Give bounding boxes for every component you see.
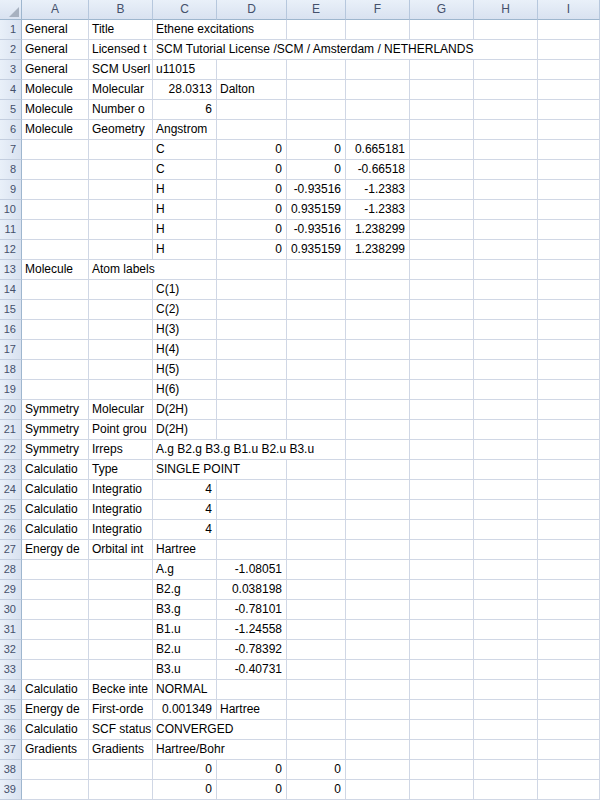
row-header-6[interactable]: 6 <box>0 120 22 140</box>
cell-H32[interactable] <box>474 640 538 660</box>
cell-E13[interactable] <box>287 260 346 280</box>
cell-C5[interactable]: 6 <box>153 100 217 120</box>
column-header-H[interactable]: H <box>474 0 538 20</box>
cell-I36[interactable] <box>538 720 600 740</box>
cell-D18[interactable] <box>217 360 287 380</box>
cell-C17[interactable]: H(4) <box>153 340 217 360</box>
cell-G9[interactable] <box>410 180 474 200</box>
cell-C26[interactable]: 4 <box>153 520 217 540</box>
cell-I5[interactable] <box>538 100 600 120</box>
cell-B15[interactable] <box>89 300 153 320</box>
cell-C8[interactable]: C <box>153 160 217 180</box>
cell-E3[interactable] <box>287 60 346 80</box>
cell-G24[interactable] <box>410 480 474 500</box>
cell-I23[interactable] <box>538 460 600 480</box>
cell-G35[interactable] <box>410 700 474 720</box>
cell-F15[interactable] <box>346 300 410 320</box>
cell-C27[interactable]: Hartree <box>153 540 217 560</box>
cell-B6[interactable]: Geometry <box>89 120 153 140</box>
cell-A31[interactable] <box>22 620 89 640</box>
row-header-5[interactable]: 5 <box>0 100 22 120</box>
cell-H6[interactable] <box>474 120 538 140</box>
cell-C32[interactable]: B2.u <box>153 640 217 660</box>
cell-H31[interactable] <box>474 620 538 640</box>
cell-H1[interactable] <box>474 20 538 40</box>
cell-F28[interactable] <box>346 560 410 580</box>
cell-H15[interactable] <box>474 300 538 320</box>
row-header-1[interactable]: 1 <box>0 20 22 40</box>
cell-A19[interactable] <box>22 380 89 400</box>
cell-I11[interactable] <box>538 220 600 240</box>
cell-A11[interactable] <box>22 220 89 240</box>
row-header-17[interactable]: 17 <box>0 340 22 360</box>
cell-A9[interactable] <box>22 180 89 200</box>
cell-H39[interactable] <box>474 780 538 800</box>
cell-H12[interactable] <box>474 240 538 260</box>
cell-D14[interactable] <box>217 280 287 300</box>
cell-D39[interactable]: 0 <box>217 780 287 800</box>
cell-E10[interactable]: 0.935159 <box>287 200 346 220</box>
cell-F21[interactable] <box>346 420 410 440</box>
cell-F24[interactable] <box>346 480 410 500</box>
cell-E5[interactable] <box>287 100 346 120</box>
cell-A32[interactable] <box>22 640 89 660</box>
cell-C37[interactable]: Hartree/Bohr <box>153 740 217 760</box>
cell-G30[interactable] <box>410 600 474 620</box>
cell-G34[interactable] <box>410 680 474 700</box>
cell-I29[interactable] <box>538 580 600 600</box>
cell-I34[interactable] <box>538 680 600 700</box>
cell-I21[interactable] <box>538 420 600 440</box>
cell-A30[interactable] <box>22 600 89 620</box>
cell-C38[interactable]: 0 <box>153 760 217 780</box>
cell-D34[interactable] <box>217 680 287 700</box>
cell-A5[interactable]: Molecule <box>22 100 89 120</box>
cell-F9[interactable]: -1.2383 <box>346 180 410 200</box>
cell-D4[interactable]: Dalton <box>217 80 287 100</box>
cell-B3[interactable]: SCM UserI <box>89 60 153 80</box>
cell-F3[interactable] <box>346 60 410 80</box>
column-header-F[interactable]: F <box>346 0 410 20</box>
cell-F11[interactable]: 1.238299 <box>346 220 410 240</box>
row-header-3[interactable]: 3 <box>0 60 22 80</box>
cell-C25[interactable]: 4 <box>153 500 217 520</box>
cell-A10[interactable] <box>22 200 89 220</box>
cell-G39[interactable] <box>410 780 474 800</box>
cell-G5[interactable] <box>410 100 474 120</box>
cell-H25[interactable] <box>474 500 538 520</box>
cell-G17[interactable] <box>410 340 474 360</box>
cell-G22[interactable] <box>410 440 474 460</box>
cell-G11[interactable] <box>410 220 474 240</box>
cell-D11[interactable]: 0 <box>217 220 287 240</box>
row-header-38[interactable]: 38 <box>0 760 22 780</box>
cell-G25[interactable] <box>410 500 474 520</box>
cell-G29[interactable] <box>410 580 474 600</box>
cell-G32[interactable] <box>410 640 474 660</box>
cell-D3[interactable] <box>217 60 287 80</box>
cell-A36[interactable]: Calculatio <box>22 720 89 740</box>
cell-H21[interactable] <box>474 420 538 440</box>
cell-F8[interactable]: -0.66518 <box>346 160 410 180</box>
row-header-24[interactable]: 24 <box>0 480 22 500</box>
cell-G12[interactable] <box>410 240 474 260</box>
cell-E26[interactable] <box>287 520 346 540</box>
cell-H18[interactable] <box>474 360 538 380</box>
cell-B35[interactable]: First-orde <box>89 700 153 720</box>
cell-D24[interactable] <box>217 480 287 500</box>
column-header-I[interactable]: I <box>538 0 600 20</box>
cell-C21[interactable]: D(2H) <box>153 420 217 440</box>
cell-A3[interactable]: General <box>22 60 89 80</box>
cell-I38[interactable] <box>538 760 600 780</box>
cell-F22[interactable] <box>346 440 410 460</box>
cell-C35[interactable]: 0.001349 <box>153 700 217 720</box>
cell-C16[interactable]: H(3) <box>153 320 217 340</box>
cell-C23[interactable]: SINGLE POINT <box>153 460 217 480</box>
cell-E18[interactable] <box>287 360 346 380</box>
cell-F23[interactable] <box>346 460 410 480</box>
cell-C6[interactable]: Angstrom <box>153 120 217 140</box>
cell-H35[interactable] <box>474 700 538 720</box>
cell-B20[interactable]: Molecular <box>89 400 153 420</box>
cell-C30[interactable]: B3.g <box>153 600 217 620</box>
cell-I30[interactable] <box>538 600 600 620</box>
cell-D17[interactable] <box>217 340 287 360</box>
cell-B38[interactable] <box>89 760 153 780</box>
